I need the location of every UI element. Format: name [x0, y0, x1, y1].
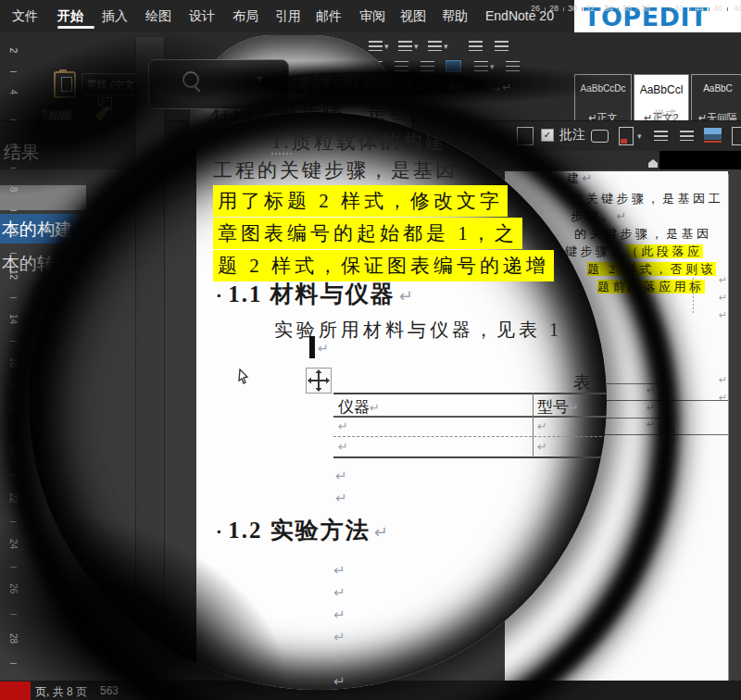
tab-file[interactable]: 文件 [12, 8, 38, 25]
numbered-list-dropdown-icon[interactable]: ▾ [414, 43, 419, 51]
bullet-list-icon[interactable] [369, 41, 383, 51]
tab-home[interactable]: 开始 [57, 8, 83, 25]
word-count-status[interactable]: 563 [100, 684, 119, 697]
numbered-list-icon[interactable] [398, 41, 412, 51]
tab-help[interactable]: 帮助 [442, 8, 468, 25]
tab-references[interactable]: 引用 [275, 8, 301, 25]
status-red-indicator[interactable] [0, 681, 31, 700]
new-comment-icon[interactable] [591, 130, 609, 143]
hruler-number: 34 [604, 4, 613, 13]
horizontal-ruler-margin[interactable] [659, 151, 741, 169]
page-marked-icon[interactable] [619, 127, 634, 145]
pilcrow-mark: ↵ [719, 274, 727, 286]
hruler-number: 44 [695, 4, 704, 13]
tab-view[interactable]: 视图 [400, 8, 426, 25]
hruler-number: 26 [531, 4, 540, 13]
multilevel-list-dropdown-icon[interactable]: ▾ [444, 43, 448, 51]
justify-icon[interactable] [446, 61, 460, 71]
line-spacing-dropdown-icon[interactable]: ▾ [490, 63, 495, 71]
style-preview: AaBbCcDc [575, 83, 631, 94]
search-dropdown-icon[interactable]: ▾ [257, 73, 262, 84]
vruler-number: 8 [8, 179, 19, 201]
text-lines-icon[interactable] [654, 131, 668, 141]
tab-review[interactable]: 审阅 [359, 8, 385, 25]
tab-endnote[interactable]: EndNote 20 [485, 8, 554, 23]
picture-icon[interactable] [704, 128, 722, 140]
tab-design[interactable]: 设计 [189, 8, 215, 25]
tab-draw[interactable]: 绘图 [145, 8, 171, 25]
wrap-text-icon[interactable] [680, 131, 694, 141]
page-count-status[interactable]: 页, 共 8 页 [35, 684, 87, 700]
multilevel-list-icon[interactable] [428, 41, 442, 51]
pilcrow-mark: ↵ [719, 392, 727, 404]
hruler-number: 32 [585, 4, 595, 13]
vruler-number: 14 [8, 308, 19, 331]
page-marked-dropdown-icon[interactable]: ▾ [637, 132, 642, 141]
hruler-number: 36 [622, 4, 632, 13]
style-preview: AaBbCcl [634, 83, 688, 96]
line-spacing-icon[interactable] [474, 61, 488, 71]
active-tab-underline [57, 26, 94, 29]
paragraph-mark-icon[interactable]: →↵ [491, 81, 511, 94]
word-window: 文件 开始 插入 绘图 设计 布局 引用 邮件 审阅 视图 帮助 EndNote… [0, 0, 741, 700]
hruler-number: 30 [568, 4, 577, 13]
vruler-number: 10 [8, 220, 19, 243]
hruler-number: 38 [641, 4, 650, 13]
vruler-number: 4 [8, 81, 19, 104]
hruler-number: 46 [713, 4, 722, 13]
character-scale-icon[interactable]: A̓ [405, 81, 413, 94]
vruler-number: 2 [8, 40, 19, 62]
sort-icon[interactable]: AZ↓ [448, 81, 466, 94]
vruler-number: 28 [8, 628, 19, 650]
search-icon [182, 71, 199, 88]
vruler-number: 12 [8, 264, 19, 286]
increase-indent-icon[interactable] [495, 41, 509, 51]
style-preview: AaBbC [692, 83, 741, 94]
page-right-border [728, 174, 729, 681]
comment-checkbox-label: 批注 [559, 127, 585, 144]
hruler-number: 42 [674, 4, 684, 13]
partial-toolbar-icon[interactable] [732, 127, 741, 145]
pilcrow-mark: ↵ [719, 309, 727, 321]
format-painter-icon[interactable] [94, 110, 105, 120]
align-center-icon[interactable] [395, 61, 408, 71]
pilcrow-mark: ↵ [719, 374, 727, 386]
comment-checkbox[interactable]: ✓ [541, 129, 554, 142]
vruler-number: 6 [8, 135, 19, 157]
hruler-number: 48 [734, 4, 741, 13]
tab-mailings[interactable]: 邮件 [316, 8, 342, 25]
bullet-list-dropdown-icon[interactable]: ▾ [384, 43, 389, 51]
pilcrow-mark: ↵ [719, 292, 727, 304]
character-scale-dropdown-icon[interactable]: ▾ [419, 85, 423, 94]
vruler-number: 26 [8, 578, 19, 600]
decrease-indent-icon[interactable] [469, 41, 483, 51]
paste-icon[interactable] [54, 71, 76, 98]
vruler-number: 24 [8, 533, 19, 556]
tab-insert[interactable]: 插入 [102, 8, 128, 25]
paragraph-spacing-icon[interactable] [506, 61, 520, 71]
tab-layout[interactable]: 布局 [232, 8, 258, 25]
align-right-icon[interactable] [421, 61, 434, 71]
hruler-number: 28 [549, 4, 559, 13]
